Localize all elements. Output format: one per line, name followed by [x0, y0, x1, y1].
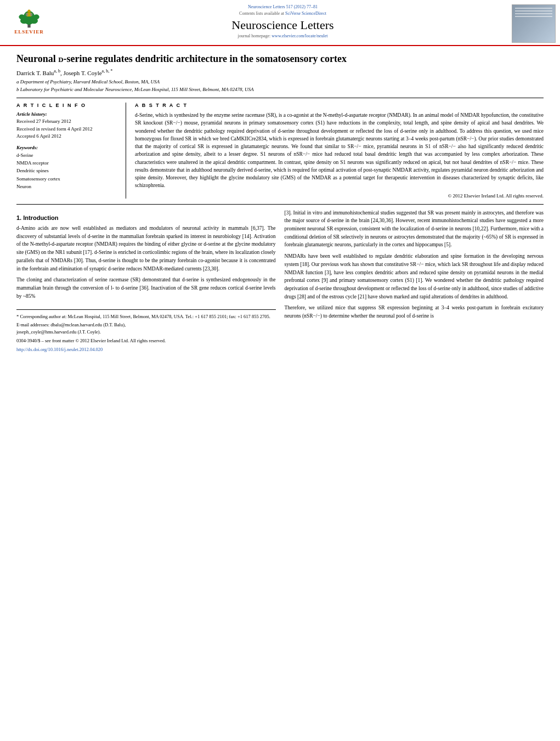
affiliations: a Department of Psychiatry, Harvard Medi… [16, 78, 544, 93]
keyword-5: Neuron [16, 183, 120, 190]
intro-para-2: The cloning and characterization of seri… [16, 276, 276, 300]
accepted-date: Accepted 6 April 2012 [16, 133, 120, 140]
abstract-text: d-Serine, which is synthesized by the en… [135, 111, 544, 190]
homepage-url[interactable]: www.elsevier.com/locate/neulet [271, 33, 327, 38]
affiliation-a: a Department of Psychiatry, Harvard Medi… [16, 78, 544, 86]
doi-link[interactable]: http://dx.doi.org/10.1016/j.neulet.2012.… [16, 347, 103, 352]
svg-point-4 [19, 14, 25, 19]
journal-thumbnail [512, 4, 556, 43]
journal-center: Neuroscience Letters 517 (2012) 77–81 Co… [54, 4, 512, 38]
keyword-1: d-Serine [16, 151, 120, 159]
journal-reference: Neuroscience Letters 517 (2012) 77–81 [59, 4, 506, 9]
article-content: Neuronal d-serine regulates dendritic ar… [0, 46, 560, 361]
elsevier-label: ELSEVIER [14, 29, 44, 35]
article-info-label: A R T I C L E I N F O [16, 103, 120, 108]
intro-heading: 1. Introduction [16, 213, 276, 223]
contents-availability: Contents lists available at SciVerse Sci… [59, 11, 506, 16]
authors-line: Darrick T. Balua, b, Joseph T. Coylea, b… [16, 69, 544, 76]
article-info-column: A R T I C L E I N F O Article history: R… [16, 103, 126, 199]
journal-homepage: journal homepage: www.elsevier.com/locat… [59, 33, 506, 38]
journal-title: Neuroscience Letters [59, 18, 506, 32]
footnote-email-coyle: joseph_coyle@hms.harvard.edu (J.T. Coyle… [16, 329, 101, 335]
sciverse-link[interactable]: SciVerse ScienceDirect [285, 11, 326, 16]
keywords-list: d-Serine NMDA receptor Dendritic spines … [16, 151, 120, 191]
keywords-section: Keywords: d-Serine NMDA receptor Dendrit… [16, 145, 120, 191]
intro-para-1: d-Amino acids are now well established a… [16, 224, 276, 273]
right-para-1: [3]. Initial in vitro and immunohistoche… [285, 209, 544, 250]
right-para-3: Therefore, we utilized mice that suppres… [285, 304, 544, 320]
article-history: Article history: Received 27 February 20… [16, 111, 120, 140]
abstract-label: A B S T R A C T [135, 103, 544, 108]
divider-2 [16, 204, 544, 205]
elsevier-logo: ELSEVIER [4, 4, 54, 37]
copyright: © 2012 Elsevier Ireland Ltd. All rights … [135, 193, 544, 199]
article-title: Neuronal d-serine regulates dendritic ar… [16, 53, 544, 65]
svg-rect-8 [26, 13, 28, 16]
journal-header: ELSEVIER Neuroscience Letters 517 (2012)… [0, 0, 560, 46]
author-coyle: Joseph T. Coylea, b, * [63, 70, 112, 76]
keyword-3: Dendritic spines [16, 167, 120, 174]
footnote-email-balu: E-mail addresses: dbalu@mclean.harvard.e… [16, 321, 276, 336]
article-info-abstract: A R T I C L E I N F O Article history: R… [16, 103, 544, 199]
author-balu: Darrick T. Balua, b [16, 70, 60, 76]
affiliation-b: b Laboratory for Psychiatric and Molecul… [16, 86, 544, 94]
svg-point-6 [27, 9, 30, 12]
revised-date: Received in revised form 4 April 2012 [16, 126, 120, 133]
body-left-column: 1. Introduction d-Amino acids are now we… [16, 209, 276, 355]
body-right-column: [3]. Initial in vitro and immunohistoche… [285, 209, 544, 355]
received-date: Received 27 February 2012 [16, 118, 120, 126]
footnotes: * Corresponding author at: McLean Hospit… [16, 309, 276, 353]
footnote-issn: 0304-3940/$ – see front matter © 2012 El… [16, 337, 276, 344]
svg-rect-9 [30, 13, 32, 16]
footnote-doi: http://dx.doi.org/10.1016/j.neulet.2012.… [16, 346, 276, 353]
body-columns: 1. Introduction d-Amino acids are now we… [16, 209, 544, 355]
keyword-4: Somatosensory cortex [16, 175, 120, 183]
footnote-corresponding: * Corresponding author at: McLean Hospit… [16, 313, 276, 320]
svg-point-5 [33, 14, 39, 19]
keyword-2: NMDA receptor [16, 159, 120, 167]
right-para-2: NMDARs have been well established to reg… [285, 252, 544, 301]
divider [16, 98, 544, 98]
abstract-column: A B S T R A C T d-Serine, which is synth… [135, 103, 544, 199]
